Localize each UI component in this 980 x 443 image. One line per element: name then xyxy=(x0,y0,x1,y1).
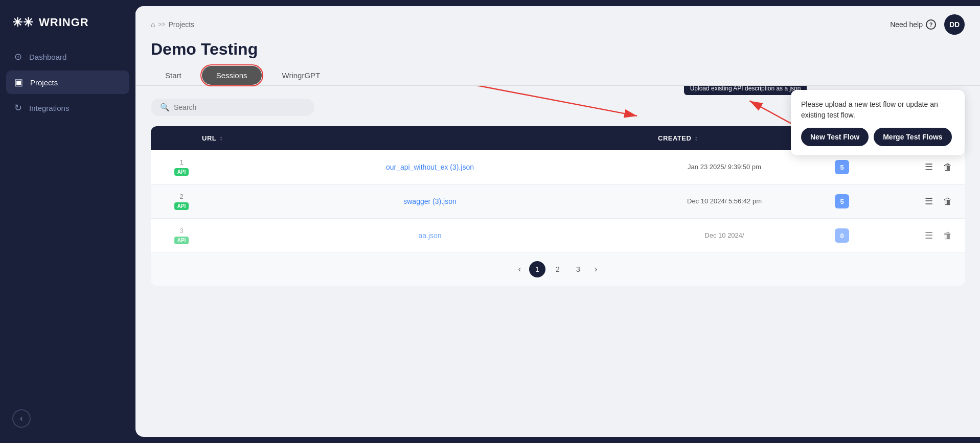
breadcrumb-home-icon[interactable]: ⌂ xyxy=(151,20,155,29)
sidebar-item-integrations[interactable]: ↻ Integrations xyxy=(6,96,129,120)
pagination-next[interactable]: › xyxy=(590,263,601,276)
tab-wringr-gpt[interactable]: WringrGPT xyxy=(268,66,335,85)
breadcrumb-separator: >> xyxy=(158,21,165,28)
row-steps-1: 5 xyxy=(791,160,893,174)
tooltip-popup: Please upload a new test flow or update … xyxy=(791,90,965,155)
tooltip-buttons: New Test Flow Merge Test Flows xyxy=(801,128,954,146)
steps-badge-3: 0 xyxy=(835,228,849,243)
content-area: Please upload a new test flow or update … xyxy=(135,86,980,437)
sidebar-nav: ⊙ Dashboard ▣ Projects ↻ Integrations xyxy=(0,45,135,120)
api-badge-2: API xyxy=(174,202,189,210)
table-row: 2 API swagger (3).json Dec 10 2024/ 5:56… xyxy=(151,184,965,219)
sidebar-item-projects-label: Projects xyxy=(30,78,58,87)
sidebar-item-projects[interactable]: ▣ Projects xyxy=(6,71,129,94)
col-created: CREATED ↕ xyxy=(658,134,791,142)
row-url-1[interactable]: our_api_without_ex (3).json xyxy=(202,163,658,171)
breadcrumb: ⌂ >> Projects xyxy=(151,20,194,29)
search-icon: 🔍 xyxy=(160,103,170,112)
tab-sessions[interactable]: Sessions xyxy=(202,66,262,85)
created-sort-icon[interactable]: ↕ xyxy=(694,135,698,142)
dashboard-icon: ⊙ xyxy=(14,51,22,62)
api-tooltip-label: Upload existing API description as a jso… xyxy=(684,86,807,95)
help-icon: ? xyxy=(926,19,936,30)
row-actions-2: ☰ 🗑 xyxy=(893,194,954,209)
table-row: 3 API aa.json Dec 10 2024/ 0 ☰ 🗑 xyxy=(151,219,965,253)
table-row: 1 API our_api_without_ex (3).json Jan 23… xyxy=(151,150,965,184)
header-right: Need help ? DD xyxy=(890,14,965,35)
header: ⌂ >> Projects Need help ? DD xyxy=(135,6,980,40)
merge-test-flows-button[interactable]: Merge Test Flows xyxy=(874,128,951,146)
row-actions-3: ☰ 🗑 xyxy=(893,228,954,243)
row-list-button-2[interactable]: ☰ xyxy=(923,194,935,209)
row-date-2: Dec 10 2024/ 5:56:42 pm xyxy=(658,196,791,206)
app-logo: ✳✳ WRINGR xyxy=(0,10,135,45)
row-date-1: Jan 23 2025/ 9:39:50 pm xyxy=(658,162,791,172)
folder-icon: ▣ xyxy=(14,77,23,88)
sidebar-item-integrations-label: Integrations xyxy=(29,104,69,112)
need-help-button[interactable]: Need help ? xyxy=(890,19,936,30)
new-test-flow-button[interactable]: New Test Flow xyxy=(801,128,869,146)
row-delete-button-2[interactable]: 🗑 xyxy=(941,194,954,209)
row-steps-2: 5 xyxy=(791,194,893,208)
api-badge-1: API xyxy=(174,168,189,176)
row-num-1: 1 API xyxy=(161,158,202,176)
tooltip-popup-text: Please upload a new test flow or update … xyxy=(801,99,954,121)
search-input[interactable] xyxy=(174,103,305,111)
user-avatar[interactable]: DD xyxy=(944,14,965,35)
row-url-3[interactable]: aa.json xyxy=(202,231,658,240)
sync-icon: ↻ xyxy=(14,102,22,113)
page-title: Demo Testing xyxy=(151,40,965,59)
logo-icon: ✳✳ xyxy=(12,15,34,30)
breadcrumb-current: Projects xyxy=(168,20,194,29)
pagination-prev[interactable]: ‹ xyxy=(514,263,525,276)
col-num xyxy=(161,134,202,142)
row-delete-button-1[interactable]: 🗑 xyxy=(941,160,954,175)
row-num-3: 3 API xyxy=(161,227,202,244)
pagination-page-2[interactable]: 2 xyxy=(550,261,566,277)
url-sort-icon[interactable]: ↕ xyxy=(219,135,223,142)
app-name: WRINGR xyxy=(39,16,89,29)
steps-badge-1: 5 xyxy=(835,160,849,174)
row-list-button-1[interactable]: ☰ xyxy=(923,159,935,175)
row-date-3: Dec 10 2024/ xyxy=(658,230,791,241)
main-content: ⌂ >> Projects Need help ? DD Demo Testin… xyxy=(135,6,980,437)
need-help-label: Need help xyxy=(890,20,923,29)
pagination-page-1[interactable]: 1 xyxy=(529,261,545,277)
page-title-area: Demo Testing xyxy=(135,40,980,66)
row-num-2: 2 API xyxy=(161,193,202,210)
pagination: ‹ 1 2 3 › xyxy=(151,253,965,286)
steps-badge-2: 5 xyxy=(835,194,849,208)
sidebar-collapse-button[interactable]: ‹ xyxy=(12,409,31,428)
tabs-area: Start Sessions WringrGPT xyxy=(135,66,980,86)
sidebar-item-dashboard[interactable]: ⊙ Dashboard xyxy=(6,45,129,68)
row-delete-button-3[interactable]: 🗑 xyxy=(941,228,954,243)
sidebar-item-dashboard-label: Dashboard xyxy=(29,53,66,61)
row-steps-3: 0 xyxy=(791,228,893,243)
sidebar: ✳✳ WRINGR ⊙ Dashboard ▣ Projects ↻ Integ… xyxy=(0,0,135,443)
row-list-button-3[interactable]: ☰ xyxy=(923,228,935,243)
tab-sessions-wrapper: Sessions xyxy=(202,66,262,85)
row-actions-1: ☰ 🗑 xyxy=(893,159,954,175)
pagination-page-3[interactable]: 3 xyxy=(570,261,586,277)
col-url: URL ↕ xyxy=(202,134,658,142)
tab-start[interactable]: Start xyxy=(151,66,196,85)
row-url-2[interactable]: swagger (3).json xyxy=(202,197,658,205)
api-badge-3: API xyxy=(174,237,189,244)
search-box: 🔍 xyxy=(151,99,314,116)
